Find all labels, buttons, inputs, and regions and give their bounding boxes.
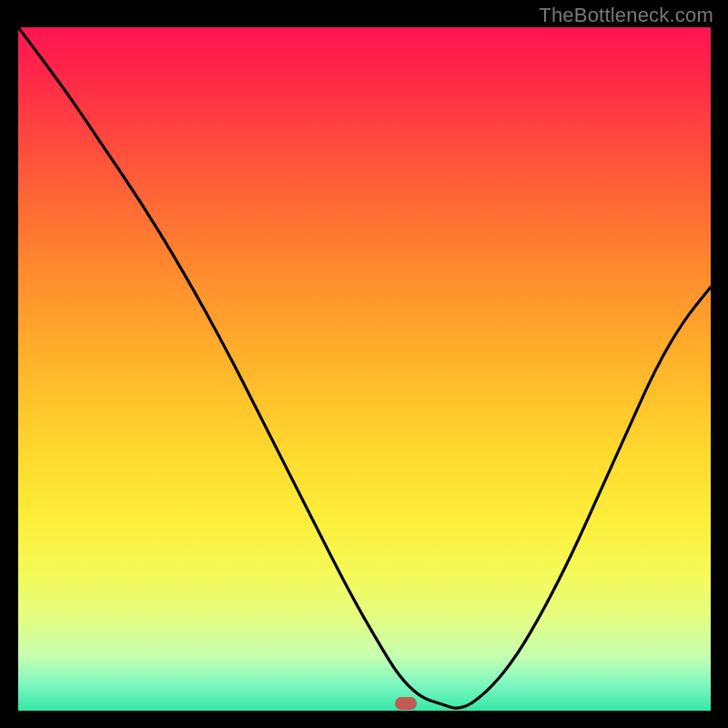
plot-area	[18, 27, 711, 711]
attribution-watermark: TheBottleneck.com	[539, 4, 713, 27]
optimal-point-marker	[395, 697, 417, 710]
bottleneck-curve	[18, 27, 711, 711]
chart-frame: TheBottleneck.com	[0, 0, 728, 728]
